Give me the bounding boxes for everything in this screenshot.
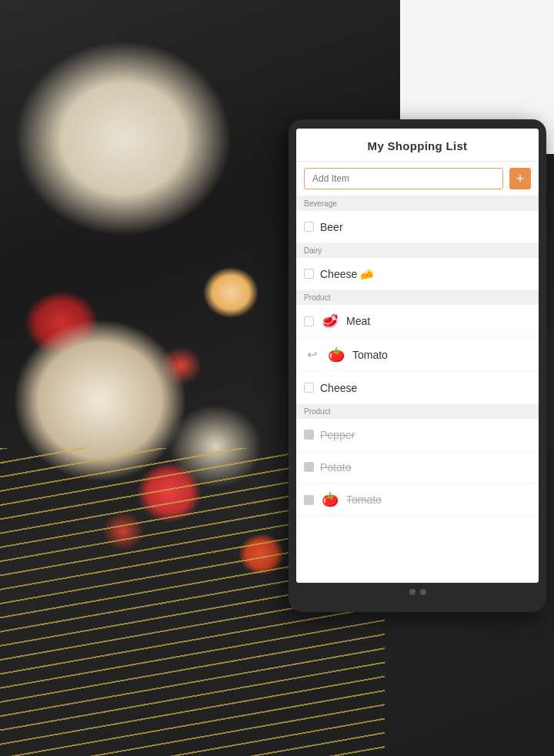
meat-icon: 🥩 [320, 313, 340, 329]
category-product-2: Product [296, 404, 539, 419]
square-check-potato[interactable] [304, 462, 314, 472]
item-label-meat: Meat [346, 315, 531, 327]
list-item[interactable]: 🍅 Tomato [296, 483, 539, 517]
tablet-dot-right [420, 589, 426, 595]
list-item[interactable]: Pepper [296, 419, 539, 451]
list-item[interactable]: Potato [296, 451, 539, 483]
list-item[interactable]: Beer [296, 211, 539, 243]
app-title: My Shopping List [368, 139, 468, 152]
tablet-dot-left [409, 589, 416, 595]
tomato-icon: 🍅 [326, 346, 346, 363]
item-label-cheese-dairy: Cheese 🧀 [320, 268, 531, 280]
item-label-tomato-done: Tomato [346, 493, 531, 506]
list-item[interactable]: Cheese 🧀 [296, 258, 539, 290]
shopping-list[interactable]: Beverage Beer Dairy Cheese 🧀 Product 🥩 [296, 196, 539, 583]
undo-icon[interactable]: ↩ [304, 346, 320, 363]
list-item[interactable]: ↩ 🍅 Tomato [296, 338, 539, 372]
tomato-done-icon: 🍅 [320, 491, 340, 508]
square-check-pepper[interactable] [304, 430, 314, 440]
checkbox-cheese-dairy[interactable] [304, 269, 314, 279]
item-label-pepper: Pepper [320, 429, 531, 441]
item-label-tomato: Tomato [352, 349, 531, 361]
tablet-screen: My Shopping List + Beverage Beer Dairy [296, 129, 539, 583]
checkbox-cheese-product[interactable] [304, 383, 314, 393]
add-item-button[interactable]: + [509, 168, 531, 189]
item-label-potato: Potato [320, 461, 531, 473]
add-item-row: + [296, 162, 539, 196]
app-header: My Shopping List [296, 129, 539, 162]
list-item[interactable]: 🥩 Meat [296, 305, 539, 338]
tablet-dots [409, 589, 426, 595]
checkbox-meat[interactable] [304, 316, 314, 326]
item-label-cheese-product: Cheese [320, 382, 531, 394]
category-beverage: Beverage [296, 196, 539, 211]
checkbox-beer[interactable] [304, 222, 314, 232]
category-dairy: Dairy [296, 243, 539, 258]
list-item[interactable]: Cheese [296, 372, 539, 404]
tablet-device: My Shopping List + Beverage Beer Dairy [289, 119, 546, 612]
add-item-input[interactable] [304, 168, 503, 189]
item-label-beer: Beer [320, 221, 531, 233]
square-check-tomato-done[interactable] [304, 495, 314, 505]
category-product-1: Product [296, 290, 539, 305]
